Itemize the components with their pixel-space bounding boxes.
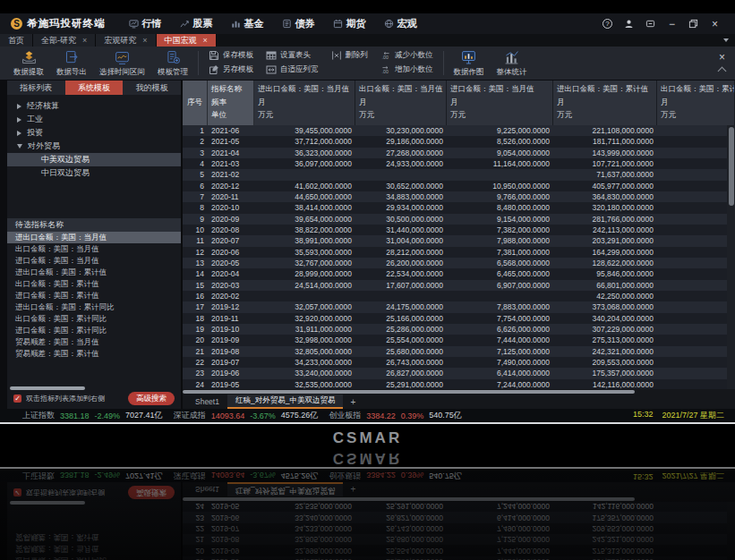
table-row[interactable]: 12021-0639,455,000.000030,230,000.00009,… (183, 125, 735, 136)
chevron-right-icon[interactable] (17, 131, 21, 136)
list-item[interactable]: 进口金额：美国：当月值 (7, 255, 181, 267)
toolbar-export-button[interactable]: 数据导出 (50, 47, 93, 80)
toolbar-extract-button[interactable]: 数据提取 (7, 47, 50, 80)
menu-macro[interactable]: 宏观 (375, 17, 426, 30)
tree-item-label: 投资 (27, 127, 43, 139)
tab-close-icon[interactable]: × (203, 37, 208, 45)
toolbar-delcol-button[interactable]: 删除列 (331, 50, 369, 62)
help-icon[interactable]: ? (602, 18, 613, 30)
table-row[interactable]: 62020-1241,602,000.000030,652,000.000010… (183, 181, 735, 191)
menu-fund[interactable]: 基金 (222, 17, 273, 30)
doc-tab[interactable]: 首页 (0, 34, 33, 47)
tree-item[interactable]: 工业 (7, 113, 181, 126)
close-icon[interactable]: × (709, 18, 721, 30)
table-row[interactable]: 82020-1038,414,000.000029,934,000.00008,… (183, 202, 735, 213)
list-item[interactable]: 进出口金额：美国：当月值 (7, 232, 181, 243)
tree-item[interactable]: 投资 (7, 126, 181, 140)
doc-tab[interactable]: 中国宏观× (157, 34, 217, 47)
menu-quote[interactable]: 行情 (120, 17, 171, 30)
tree-item[interactable]: 经济核算 (7, 99, 181, 113)
list-item[interactable]: 进口金额：美国：累计值 (7, 290, 181, 301)
toolbar-fitwidth-button[interactable]: 自适应列宽 (266, 64, 319, 76)
chevron-right-icon[interactable] (17, 104, 21, 109)
table-row[interactable]: 112020-0738,991,000.000031,004,000.00007… (183, 235, 735, 246)
chevron-right-icon[interactable] (17, 117, 21, 123)
toolbar-thead-button[interactable]: 设置表头 (266, 50, 319, 62)
table-hscrollbar-thumb[interactable] (183, 390, 635, 394)
table-row[interactable]: 52021-0271,637,000.0000 (183, 169, 735, 180)
index-name: 深证成指 (174, 470, 206, 481)
sidebar-tab[interactable]: 系统模板 (65, 81, 124, 95)
table-row[interactable]: 102020-0838,822,000.000031,440,000.00007… (183, 225, 735, 235)
user-icon[interactable] (623, 18, 635, 30)
table-row[interactable]: 132020-0532,767,000.000026,200,000.00006… (183, 258, 735, 268)
minimize-icon[interactable]: − (666, 18, 678, 30)
list-item[interactable]: 进出口金额：美国：累计同比 (7, 301, 181, 313)
tab-close-icon[interactable]: × (82, 37, 87, 45)
tab-overflow-caret-icon[interactable] (723, 38, 729, 42)
sheet-tabs: Sheet1红稿_对外贸易_中美双边贸易 (187, 395, 343, 409)
restore-icon[interactable] (688, 18, 699, 30)
collapse-toolbar-icon[interactable] (718, 66, 727, 75)
doc-tab[interactable]: 宏观研究× (96, 34, 156, 47)
column-header[interactable]: 进出口金额：美国：累计值月万元 (553, 81, 657, 125)
tree-item[interactable]: 对外贸易 (7, 140, 181, 153)
chevron-down-icon[interactable] (17, 144, 22, 148)
list-item[interactable]: 贸易顺差：美国：当月值 (7, 336, 181, 348)
toolbar-stats-button[interactable]: 整体统计 (491, 47, 534, 80)
toolbar-decinc-button[interactable]: .00增加小数位 (380, 64, 433, 76)
list-item[interactable]: 进口金额：美国：累计同比 (7, 325, 181, 336)
table-row[interactable]: 232019-0633,240,000.000026,827,000.00006… (183, 368, 735, 378)
message-icon[interactable] (645, 18, 656, 30)
table-row[interactable]: 22021-0537,712,000.000029,186,000.00008,… (183, 136, 735, 147)
sheet-tab[interactable]: Sheet1 (187, 395, 227, 409)
table-row[interactable]: 142020-0428,999,000.000022,534,000.00006… (183, 268, 735, 279)
advanced-search-button[interactable]: 高级搜索 (128, 392, 175, 405)
table-row[interactable]: 192019-1031,911,000.000025,286,000.00006… (183, 324, 735, 335)
table-row[interactable]: 162020-0242,250,000.0000 (183, 291, 735, 301)
column-header[interactable]: 进口金额：美国：当月值月万元 (447, 81, 553, 125)
sheet-tab[interactable]: 红稿_对外贸易_中美双边贸易 (227, 395, 343, 409)
sidebar-tab[interactable]: 指标列表 (7, 81, 65, 95)
table-row[interactable]: 202019-0932,998,000.000025,554,000.00007… (183, 335, 735, 345)
table-row[interactable]: 172019-1232,057,000.000024,175,000.00007… (183, 301, 735, 312)
menu-futures[interactable]: 期货 (324, 17, 375, 30)
table-row[interactable]: 32021-0436,323,000.000027,268,000.00009,… (183, 148, 735, 158)
close-panel-icon[interactable]: × (719, 53, 725, 62)
toolbar-save-button[interactable]: 保存模板 (209, 50, 253, 62)
menu-stock[interactable]: 股票 (171, 17, 222, 30)
list-item[interactable]: 出口金额：美国：累计值 (7, 278, 181, 290)
table-row[interactable]: 212019-0832,805,000.000025,680,000.00007… (183, 346, 735, 357)
list-item[interactable]: 贸易顺差：美国：累计值 (7, 348, 181, 360)
add-sheet-button[interactable]: + (343, 395, 363, 409)
sidebar-tab[interactable]: 我的模板 (123, 81, 181, 95)
table-row[interactable]: 42021-0336,097,000.000024,933,000.000011… (183, 158, 735, 169)
column-header[interactable]: 出口金额：美国：当月值月万元 (355, 81, 447, 125)
list-item[interactable]: 出口金额：美国：当月值 (7, 243, 181, 255)
column-header[interactable]: 出口金额：美国：累计值月万元 (657, 81, 735, 125)
table-row[interactable]: 72020-1144,650,000.000034,883,000.00009,… (183, 191, 735, 202)
menu-bond[interactable]: 债券 (273, 17, 324, 30)
toolbar-template-button[interactable]: 模板管理 (151, 47, 194, 80)
column-header[interactable]: 进出口金额：美国：当月值月万元 (254, 81, 355, 125)
tab-close-icon[interactable]: × (142, 37, 147, 45)
table-row[interactable]: 152020-0324,514,000.000017,607,000.00006… (183, 280, 735, 291)
table-vscrollbar-thumb[interactable] (729, 127, 734, 206)
list-item[interactable]: 进出口金额：美国：累计值 (7, 267, 181, 278)
table-row[interactable]: 182019-1132,920,000.000025,166,000.00007… (183, 313, 735, 324)
toolbar-decdec-button[interactable]: .00减少小数位 (380, 50, 433, 62)
market-index: 上证指数3381.18-2.49%7027.41亿 (22, 410, 163, 421)
table-row[interactable]: 122020-0635,593,000.000028,212,000.00007… (183, 247, 735, 258)
doc-tab[interactable]: 全部-研究× (33, 34, 96, 47)
toolbar-datachart-button[interactable]: 数据作图 (448, 47, 491, 80)
table-row[interactable]: 92020-0939,654,000.000030,500,000.00009,… (183, 214, 735, 225)
add-to-right-checkbox[interactable]: ✓ (13, 395, 21, 403)
tree-item[interactable]: 中美双边贸易 (7, 153, 181, 166)
tree-item[interactable]: 中日双边贸易 (7, 166, 181, 180)
sidebar-scrollbar-thumb[interactable] (10, 386, 85, 390)
table-row[interactable]: 222019-0734,233,000.000026,743,000.00007… (183, 357, 735, 368)
list-item[interactable]: 出口金额：美国：累计同比 (7, 313, 181, 325)
toolbar-saveas-button[interactable]: 另存模板 (209, 64, 253, 76)
table-row[interactable]: 242019-0532,535,000.000025,291,000.00007… (183, 379, 735, 389)
toolbar-timerange-button[interactable]: 选择时间区间 (93, 47, 151, 80)
